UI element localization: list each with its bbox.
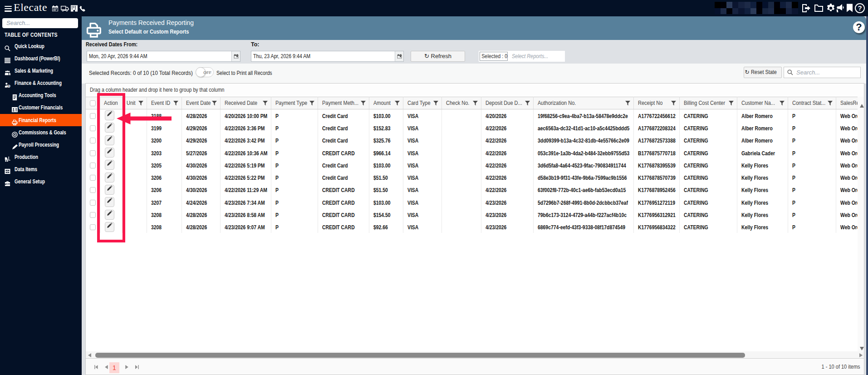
svg-text:$: $	[8, 84, 10, 87]
